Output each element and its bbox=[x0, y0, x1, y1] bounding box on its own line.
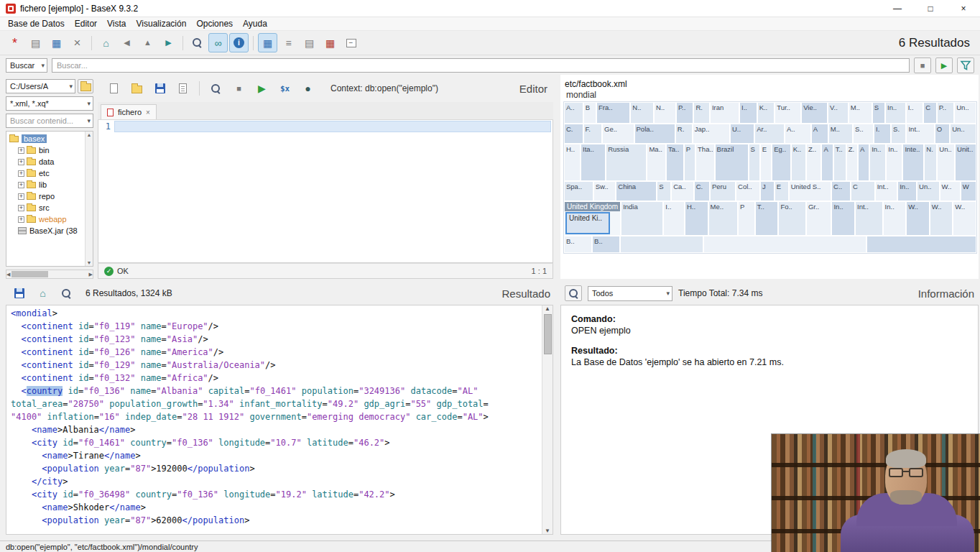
find-button[interactable] bbox=[206, 79, 226, 98]
map-cell[interactable]: J bbox=[760, 181, 775, 201]
map-cell[interactable]: Fra.. bbox=[596, 102, 630, 124]
info-view-button[interactable]: i bbox=[229, 33, 249, 52]
map-cell[interactable]: A bbox=[821, 144, 833, 181]
map-cell[interactable]: W.. bbox=[930, 201, 953, 236]
expand-icon[interactable]: + bbox=[18, 193, 24, 200]
menu-item-visualizaci-n[interactable]: Visualización bbox=[131, 17, 192, 30]
code-line[interactable]: <continent id="f0_132" name="Africa"/> bbox=[11, 372, 541, 385]
map-cell[interactable]: Ita.. bbox=[581, 144, 606, 181]
map-cell[interactable]: I.. bbox=[906, 102, 924, 124]
back-button[interactable]: ◀ bbox=[117, 33, 137, 52]
menu-item-vista[interactable]: Vista bbox=[102, 17, 131, 30]
expand-icon[interactable]: + bbox=[18, 159, 24, 165]
tree-item-webapp[interactable]: +webapp bbox=[6, 213, 85, 225]
map-cell[interactable]: E bbox=[760, 144, 772, 181]
go-button[interactable]: ● bbox=[298, 79, 318, 98]
map-cell[interactable]: S. bbox=[891, 124, 906, 144]
map-cell[interactable]: Inte.. bbox=[902, 144, 924, 181]
export-file-button[interactable] bbox=[173, 79, 193, 98]
map-cell[interactable]: C bbox=[851, 181, 875, 201]
map-cell[interactable]: W.. bbox=[940, 181, 961, 201]
result-find-button[interactable] bbox=[57, 284, 76, 303]
expand-icon[interactable]: + bbox=[18, 216, 24, 223]
code-line[interactable]: <continent id="f0_126" name="America"/> bbox=[11, 346, 541, 359]
map-cell[interactable]: S bbox=[749, 144, 760, 181]
close-button[interactable]: × bbox=[947, 0, 980, 17]
tree-view-button[interactable]: ≡ bbox=[279, 33, 298, 52]
map-cell[interactable]: Eg.. bbox=[772, 144, 791, 181]
tree-item-basex-jar-38[interactable]: BaseX.jar (38 bbox=[6, 225, 85, 236]
run-button[interactable]: ▶ bbox=[252, 79, 272, 98]
map-cell[interactable]: Z. bbox=[846, 144, 858, 181]
path-select[interactable]: C:/Users/A ▾ bbox=[6, 79, 75, 93]
map-cell[interactable]: H.. bbox=[564, 144, 581, 181]
tree-item-basex[interactable]: basex bbox=[6, 133, 85, 144]
editor-content[interactable]: 1 bbox=[98, 120, 553, 263]
map-cell[interactable]: C. bbox=[694, 181, 710, 201]
panel-toggle-button[interactable]: − bbox=[341, 33, 361, 52]
map-cell[interactable]: B.. bbox=[564, 236, 592, 253]
tab-close-icon[interactable]: × bbox=[146, 109, 150, 116]
map-cell[interactable]: A.. bbox=[785, 124, 811, 144]
stop-button[interactable]: ■ bbox=[229, 79, 249, 98]
save-file-button[interactable] bbox=[150, 79, 170, 98]
map-cell[interactable]: Ca.. bbox=[671, 181, 694, 201]
code-line[interactable]: <continent id="f0_129" name="Australia/O… bbox=[11, 359, 541, 372]
scroll-right-icon[interactable]: ▶ bbox=[89, 272, 93, 277]
code-line[interactable]: <country id="f0_136" name="Albania" capi… bbox=[11, 385, 541, 397]
tree-item-bin[interactable]: +bin bbox=[6, 144, 85, 156]
tree-vertical-scrollbar[interactable]: ▲ ▼ bbox=[85, 132, 93, 266]
map-cell[interactable]: In.. bbox=[869, 144, 886, 181]
map-cell[interactable]: Un.. bbox=[937, 144, 955, 181]
menu-item-editor[interactable]: Editor bbox=[70, 17, 102, 30]
map-cell[interactable]: O bbox=[935, 124, 950, 144]
map-cell[interactable]: A bbox=[858, 144, 869, 181]
code-line[interactable]: <population year="87">62000</population> bbox=[11, 514, 541, 527]
minimize-button[interactable]: — bbox=[881, 0, 914, 17]
info-filter-select[interactable]: Todos ▾ bbox=[588, 286, 672, 301]
external-variables-button[interactable]: $x bbox=[275, 79, 295, 98]
map-cell[interactable]: T.. bbox=[755, 201, 779, 236]
map-cell[interactable]: S bbox=[657, 181, 671, 201]
map-cell[interactable]: Tur.. bbox=[775, 102, 801, 124]
map-cell[interactable]: In.. bbox=[831, 201, 855, 236]
map-cell[interactable]: Russia bbox=[606, 144, 647, 181]
code-line[interactable]: </city> bbox=[11, 475, 541, 488]
menu-item-ayuda[interactable]: Ayuda bbox=[238, 17, 272, 30]
code-line[interactable]: <mondial> bbox=[11, 307, 541, 320]
map-cell[interactable]: Int.. bbox=[906, 124, 934, 144]
map-cell[interactable]: Peru bbox=[710, 181, 736, 201]
map-cell[interactable]: Un.. bbox=[954, 102, 976, 124]
code-line[interactable]: <city id="f0_1461" country="f0_136" long… bbox=[11, 436, 541, 449]
map-cell[interactable]: Spa.. bbox=[564, 181, 593, 201]
maximize-button[interactable]: □ bbox=[914, 0, 947, 17]
run-search-button[interactable]: ▶ bbox=[935, 58, 953, 73]
map-cell[interactable]: P bbox=[684, 144, 695, 181]
home-button[interactable]: ⌂ bbox=[96, 33, 116, 52]
map-cell[interactable]: N.. bbox=[654, 102, 676, 124]
map-cell[interactable]: V.. bbox=[828, 102, 849, 124]
expand-icon[interactable]: + bbox=[18, 147, 24, 154]
map-cell[interactable]: Brazil bbox=[715, 144, 749, 181]
tab-fichero[interactable]: fichero × bbox=[101, 104, 157, 119]
map-cell[interactable]: B.. bbox=[592, 236, 620, 253]
map-cell[interactable]: P bbox=[738, 201, 755, 236]
scroll-down-icon[interactable]: ▼ bbox=[545, 528, 550, 534]
tree-horizontal-scrollbar[interactable]: ◀ ▶ bbox=[6, 270, 93, 279]
code-line[interactable]: <city id="f0_36498" country="f0_136" lon… bbox=[11, 488, 541, 501]
tree-item-etc[interactable]: +etc bbox=[6, 167, 85, 179]
map-cell[interactable]: A bbox=[811, 124, 828, 144]
map-cell[interactable]: C bbox=[923, 102, 936, 124]
result-view[interactable]: <mondial> <continent id="f0_119" name="E… bbox=[6, 305, 553, 535]
map-cell[interactable]: S.. bbox=[853, 124, 874, 144]
map-cell[interactable]: W.. bbox=[953, 201, 976, 236]
tree-item-src[interactable]: +src bbox=[6, 202, 85, 213]
map-cell[interactable]: Int.. bbox=[875, 181, 898, 201]
code-line[interactable]: "4100" inflation="16" indep_date="28 11 … bbox=[11, 410, 541, 423]
map-cell[interactable]: I.. bbox=[663, 201, 685, 236]
map-cell[interactable]: I.. bbox=[739, 102, 757, 124]
map-cell[interactable]: Unit.. bbox=[955, 144, 976, 181]
map-cell[interactable]: Tha.. bbox=[695, 144, 715, 181]
open-file-button[interactable] bbox=[127, 79, 147, 98]
map-cell[interactable]: India bbox=[621, 201, 663, 236]
